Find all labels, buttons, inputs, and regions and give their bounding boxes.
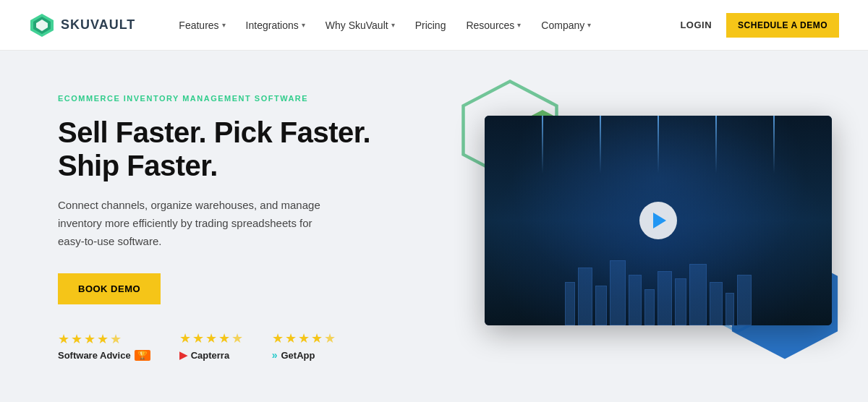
capterra-icon: ▶ <box>179 349 187 361</box>
nav-item-features[interactable]: Features ▾ <box>179 20 225 31</box>
chevron-down-icon: ▾ <box>587 21 591 29</box>
play-button[interactable] <box>639 202 677 239</box>
rating-capterra: ★ ★ ★ ★ ★ ▶ Capterra <box>179 330 243 361</box>
software-advice-badge: 🏆 <box>135 350 150 361</box>
star-4: ★ <box>97 331 109 347</box>
nav-right: LOGIN SCHEDULE A DEMO <box>680 13 839 38</box>
logo-icon <box>29 12 55 38</box>
nav-item-resources[interactable]: Resources ▾ <box>466 20 521 31</box>
chevron-down-icon: ▾ <box>222 21 226 29</box>
chevron-down-icon: ▾ <box>517 21 521 29</box>
hero-section: ECOMMERCE INVENTORY MANAGEMENT SOFTWARE … <box>0 51 868 402</box>
star-2: ★ <box>285 330 297 346</box>
video-inner <box>485 116 832 325</box>
star-1: ★ <box>179 330 191 346</box>
star-3: ★ <box>298 330 310 346</box>
navbar: SKUVAULT Features ▾ Integrations ▾ Why S… <box>0 0 868 51</box>
chevron-down-icon: ▾ <box>302 21 305 29</box>
login-button[interactable]: LOGIN <box>680 20 712 30</box>
star-3: ★ <box>205 330 217 346</box>
logo[interactable]: SKUVAULT <box>29 12 135 38</box>
stars-software-advice: ★ ★ ★ ★ ★ <box>58 331 150 347</box>
schedule-demo-button[interactable]: SCHEDULE A DEMO <box>726 13 839 38</box>
hero-headline: Sell Faster. Pick Faster. Ship Faster. <box>58 116 405 182</box>
star-half: ★ <box>324 330 336 346</box>
stars-capterra: ★ ★ ★ ★ ★ <box>179 330 243 346</box>
video-card[interactable] <box>485 116 832 325</box>
rating-label-capterra: ▶ Capterra <box>179 349 243 361</box>
nav-item-why-skuvault[interactable]: Why SkuVault ▾ <box>326 20 395 31</box>
nav-item-pricing[interactable]: Pricing <box>415 20 446 31</box>
rating-software-advice: ★ ★ ★ ★ ★ Software Advice 🏆 <box>58 331 150 361</box>
star-4: ★ <box>218 330 230 346</box>
hero-right <box>448 87 832 325</box>
hero-left: ECOMMERCE INVENTORY MANAGEMENT SOFTWARE … <box>58 87 405 361</box>
star-1: ★ <box>58 331 69 347</box>
star-half: ★ <box>110 331 122 347</box>
star-3: ★ <box>84 331 95 347</box>
rating-label-software-advice: Software Advice 🏆 <box>58 350 150 361</box>
logo-text: SKUVAULT <box>61 17 135 33</box>
rating-label-getapp: » GetApp <box>272 349 336 361</box>
nav-links: Features ▾ Integrations ▾ Why SkuVault ▾… <box>179 20 680 31</box>
stars-getapp: ★ ★ ★ ★ ★ <box>272 330 336 346</box>
nav-item-integrations[interactable]: Integrations ▾ <box>246 20 305 31</box>
star-1: ★ <box>272 330 284 346</box>
star-2: ★ <box>71 331 82 347</box>
hero-eyebrow: ECOMMERCE INVENTORY MANAGEMENT SOFTWARE <box>58 94 405 103</box>
getapp-icon: » <box>272 349 278 361</box>
ratings-row: ★ ★ ★ ★ ★ Software Advice 🏆 ★ ★ ★ ★ <box>58 330 405 361</box>
star-4: ★ <box>311 330 323 346</box>
chevron-down-icon: ▾ <box>391 21 395 29</box>
hero-body: Connect channels, organize warehouses, a… <box>58 197 340 250</box>
star-2: ★ <box>192 330 204 346</box>
book-demo-button[interactable]: BOOK DEMO <box>58 273 161 304</box>
nav-item-company[interactable]: Company ▾ <box>541 20 591 31</box>
star-half: ★ <box>231 330 243 346</box>
play-triangle-icon <box>653 213 666 228</box>
rating-getapp: ★ ★ ★ ★ ★ » GetApp <box>272 330 336 361</box>
